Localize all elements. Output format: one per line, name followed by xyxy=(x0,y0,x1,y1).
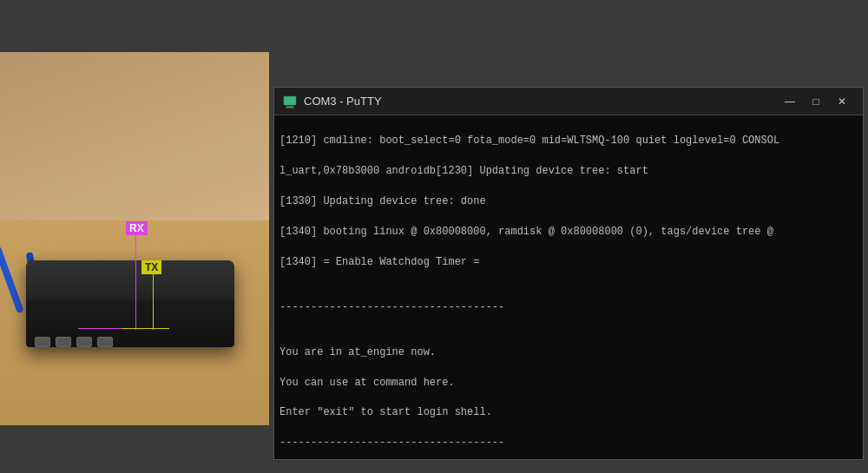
terminal-line-2: [1330] Updating device tree: done xyxy=(279,194,858,209)
putty-title: COM3 - PuTTY xyxy=(304,95,778,108)
tx-line-vertical xyxy=(153,269,154,330)
terminal-line-1: l_uart,0x78b3000 androidb[1230] Updating… xyxy=(279,164,858,179)
putty-titlebar: >_ COM3 - PuTTY — □ ✕ xyxy=(274,88,863,115)
terminal-line-8: You are in at_engine now. xyxy=(279,345,858,360)
terminal-line-11: ------------------------------------ xyxy=(279,436,858,450)
terminal-line-4: [1340] = Enable Watchdog Timer = xyxy=(279,255,858,270)
maximize-button[interactable]: □ xyxy=(804,93,828,110)
putty-window: >_ COM3 - PuTTY — □ ✕ [1210] cmdline: bo… xyxy=(273,87,864,460)
port-4 xyxy=(97,337,113,347)
minimize-button[interactable]: — xyxy=(778,93,802,110)
svg-rect-1 xyxy=(286,106,293,108)
rx-line-vertical xyxy=(135,226,136,330)
device-ports xyxy=(35,337,113,347)
port-3 xyxy=(76,337,92,347)
svg-rect-2 xyxy=(286,108,294,108)
terminal-line-10: Enter "exit" to start login shell. xyxy=(279,405,858,420)
close-button[interactable]: ✕ xyxy=(830,93,854,110)
terminal-line-3: [1340] booting linux @ 0x80008000, ramdi… xyxy=(279,225,858,240)
svg-text:>_: >_ xyxy=(286,98,293,105)
terminal-line-9: You can use at command here. xyxy=(279,376,858,391)
device-photo-area: RX TX xyxy=(0,52,269,425)
putty-icon: >_ xyxy=(283,95,297,108)
putty-terminal-content[interactable]: [1210] cmdline: boot_select=0 fota_mode=… xyxy=(274,115,863,459)
terminal-line-6: ------------------------------------ xyxy=(279,300,858,315)
tx-line-horizontal xyxy=(122,328,169,329)
black-device xyxy=(26,260,234,347)
port-1 xyxy=(35,337,50,347)
rx-label: RX xyxy=(126,221,148,235)
putty-controls: — □ ✕ xyxy=(778,93,854,110)
terminal-line-0: [1210] cmdline: boot_select=0 fota_mode=… xyxy=(279,134,858,148)
device-top-panel xyxy=(26,260,234,299)
port-2 xyxy=(56,337,71,347)
tx-label: TX xyxy=(141,260,161,274)
